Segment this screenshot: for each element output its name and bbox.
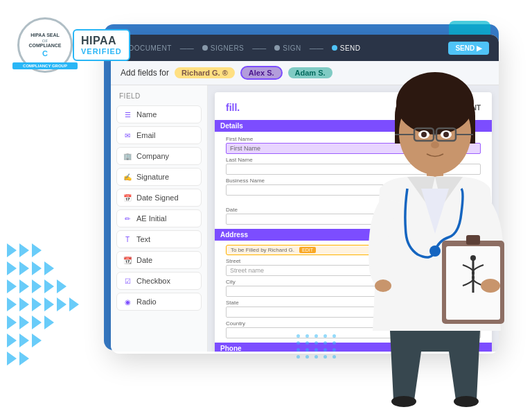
step-dot-sign [274,45,280,51]
nav-step-send[interactable]: SEND [332,44,361,52]
field-checkbox[interactable]: ☑ Checkbox [116,272,202,290]
seal-text-top: HIPAA SEAL [30,33,60,38]
svg-point-12 [443,132,449,137]
date-signed-icon: 📅 [123,193,132,202]
signature-icon: ✍ [123,172,132,182]
nav-step-sign[interactable]: SIGN [274,44,301,52]
svg-point-13 [431,141,439,148]
svg-rect-17 [466,235,480,245]
step-dot-signers [202,45,208,51]
sidebar-title: Field [116,92,202,100]
radio-icon: ◉ [123,297,132,307]
field-email[interactable]: ✉ Email [116,126,202,144]
signer-adam-pill[interactable]: Adam S. [288,67,332,78]
svg-point-22 [454,396,479,407]
seal-logo: C [42,49,48,58]
svg-point-20 [470,255,476,261]
dots-decoration [296,334,338,359]
field-name-label: Name [136,110,157,119]
field-radio[interactable]: ◉ Radio [116,293,202,311]
svg-point-23 [481,279,500,293]
nav-divider-1: —— [180,44,194,52]
ae-initial-icon: ✏ [123,214,132,223]
field-radio-label: Radio [136,297,157,306]
field-date-label: Date [136,256,152,264]
name-icon: ☰ [123,110,132,119]
field-text-label: Text [136,235,150,243]
step-label-signers: SIGNERS [211,44,245,52]
document-logo: fill. [226,102,240,113]
signer-richard-pill[interactable]: Richard G. ® [175,67,235,78]
nav-step-signers[interactable]: SIGNERS [202,44,245,52]
hipaa-verified-title: HIPAA [81,35,122,47]
svg-point-10 [421,132,427,137]
field-date-signed-label: Date Signed [136,193,179,202]
field-signature-label: Signature [136,173,169,181]
step-dot-send [332,45,337,51]
filled-by-richard-text: To be Filled by Richard G. [231,247,294,253]
seal-banner: COMPLIANCY GROUP [12,62,78,69]
field-date[interactable]: 📆 Date [116,251,202,269]
field-checkbox-label: Checkbox [136,277,170,285]
email-icon: ✉ [123,130,132,140]
field-signature[interactable]: ✍ Signature [116,168,202,186]
field-email-label: Email [136,131,156,139]
decorative-arrows [0,236,86,372]
hipaa-verified-sub: VERIFIED [81,47,122,55]
field-date-signed[interactable]: 📅 Date Signed [116,189,202,207]
svg-point-21 [391,396,416,407]
step-label-send: SEND [340,44,361,52]
text-icon: T [123,234,132,244]
field-name[interactable]: ☰ Name [116,105,202,123]
hipaa-verified-box: HIPAA VERIFIED [73,29,130,61]
field-company-label: Company [136,152,169,160]
field-company[interactable]: 🏢 Company [116,147,202,165]
checkbox-icon: ☑ [123,276,132,286]
fields-sidebar: Field ☰ Name ✉ Email 🏢 Company ✍ Signatu… [111,85,208,352]
nav-divider-2: —— [252,44,266,52]
svg-point-3 [396,72,474,135]
date-icon: 📆 [123,255,132,265]
svg-point-15 [429,245,441,257]
seal-compliance: COMPLIANCE [28,43,61,48]
hipaa-badge: HIPAA SEAL OF COMPLIANCE C COMPLIANCY GR… [14,14,130,76]
filled-by-richard-tag: EDIT [299,247,316,253]
field-ae-initial-label: AE Initial [136,214,166,223]
field-text[interactable]: T Text [116,230,202,248]
company-icon: 🏢 [123,151,132,161]
doctor-image [338,53,532,414]
step-label-sign: SIGN [283,44,301,52]
svg-point-24 [375,279,391,292]
nav-divider-3: —— [310,44,323,52]
step-label-document: DOCUMENT [129,44,172,52]
send-button[interactable]: SEND ▶ [448,42,489,55]
field-ae-initial[interactable]: ✏ AE Initial [116,209,202,227]
signer-alex-pill[interactable]: Alex S. [240,66,283,80]
hipaa-seal: HIPAA SEAL OF COMPLIANCE C COMPLIANCY GR… [14,14,76,76]
